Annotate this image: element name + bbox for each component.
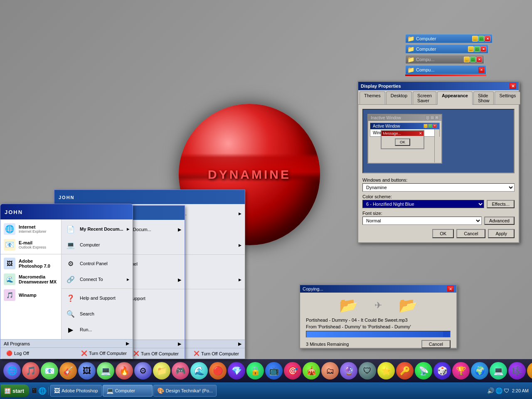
mi-computer[interactable]: 💻 Computer xyxy=(62,237,133,253)
display-apply-btn[interactable]: Apply xyxy=(488,229,515,238)
dock-icon-29[interactable]: 📦 xyxy=(527,362,532,379)
dock-icon-5[interactable]: 🖼 xyxy=(78,362,96,379)
display-properties-dialog: Display Properties ✕ Themes Desktop Scre… xyxy=(357,81,520,243)
mi-photoshop[interactable]: 🖼 Adobe Photoshop 7.0 xyxy=(0,256,61,271)
dock-icon-4[interactable]: 🎸 xyxy=(59,362,77,379)
win2-minimize[interactable]: _ xyxy=(468,46,474,52)
dock-icon-26[interactable]: 🌍 xyxy=(471,362,488,379)
advanced-button[interactable]: Advanced xyxy=(484,217,515,225)
dock-icon-24[interactable]: 🎲 xyxy=(433,362,451,379)
display-props-tabs: Themes Desktop Screen Saver Appearance S… xyxy=(358,90,519,105)
computer-windows-stack: 📁 Computer _ □ ✕ 📁 Computer _ □ ✕ 📁 Comp… xyxy=(405,34,493,76)
tab-appearance[interactable]: Appearance xyxy=(437,91,473,105)
win1-minimize[interactable]: _ xyxy=(472,36,478,42)
dock-icon-21[interactable]: ⭐ xyxy=(377,362,395,379)
mi-control-panel[interactable]: ⚙ Control Panel xyxy=(62,256,133,271)
ql-icon-2[interactable]: 🌐 xyxy=(38,387,47,395)
color-scheme-select[interactable]: 6 - Honzified Night Blue xyxy=(362,200,484,208)
dock-icon-27[interactable]: 💻 xyxy=(490,362,507,379)
win3-close[interactable]: ✕ xyxy=(476,57,482,62)
mi-connect[interactable]: 🔗 Connect To▶ xyxy=(62,271,133,287)
win1-maximize[interactable]: □ xyxy=(478,36,484,42)
dock-icon-12[interactable]: 🔴 xyxy=(209,362,227,379)
tray-icon-3[interactable]: 🛡 xyxy=(504,387,510,394)
dock-icon-20[interactable]: 🛡 xyxy=(359,362,376,379)
dock-icon-17[interactable]: 🎪 xyxy=(303,362,320,379)
display-props-close[interactable]: ✕ xyxy=(510,83,516,89)
dock-icon-8[interactable]: ⚙ xyxy=(134,362,152,379)
tab-slideshow[interactable]: Slide Show xyxy=(473,91,494,104)
dock-icon-13[interactable]: 💎 xyxy=(228,362,245,379)
computer-window-1: 📁 Computer _ □ ✕ xyxy=(405,34,493,43)
mi-dreamweaver[interactable]: 🌊 Macromedia Dreamweaver MX xyxy=(0,271,61,287)
win2-maximize[interactable]: □ xyxy=(474,46,480,52)
dock-icon-22[interactable]: 🔑 xyxy=(396,362,414,379)
win4-close[interactable]: ✕ xyxy=(478,67,484,73)
display-props-title: Display Properties ✕ xyxy=(358,82,519,90)
win1-close[interactable]: ✕ xyxy=(485,36,490,42)
dock-icon-16[interactable]: 🎯 xyxy=(284,362,301,379)
dock-icon-9[interactable]: 📁 xyxy=(153,362,170,379)
turn-off-btn[interactable]: ❌Turn Off Computer xyxy=(79,350,129,357)
mi-help[interactable]: ❓ Help and Support xyxy=(62,290,133,306)
all-programs-main[interactable]: All Programs▶ xyxy=(0,339,133,347)
taskbar-buttons: 🖼 Adobe Photoshop 💻 Computer 🎨 Design Te… xyxy=(49,385,487,397)
turn-off-mid[interactable]: ❌Turn Off Computer xyxy=(131,350,181,357)
taskbar: 🪟 start 🖥 🌐 🖼 Adobe Photoshop 💻 Computer… xyxy=(0,382,532,399)
mi-email[interactable]: 📧 E-mailOutlook Express xyxy=(0,237,61,253)
computer-window-2: 📁 Computer _ □ ✕ xyxy=(405,44,488,54)
dock-icon-25[interactable]: 🏆 xyxy=(452,362,470,379)
taskbar-btn-design[interactable]: 🎨 Design Technika² (Po... xyxy=(153,385,217,397)
win3-minimize[interactable]: _ xyxy=(464,57,470,62)
dock-icon-28[interactable]: 🎼 xyxy=(508,362,526,379)
dock-icon-11[interactable]: 🌊 xyxy=(190,362,208,379)
effects-button[interactable]: Effects... xyxy=(487,200,515,208)
win3-maximize[interactable]: □ xyxy=(470,57,476,62)
tab-screensaver[interactable]: Screen Saver xyxy=(413,91,436,104)
dock-icon-2[interactable]: 🎵 xyxy=(22,362,39,379)
windows-buttons-select[interactable]: Dynamine xyxy=(362,183,515,192)
taskbar-btn-computer[interactable]: 💻 Computer xyxy=(103,385,153,397)
start-menu-main: john 🌐 InternetInternet Explorer 📧 E-mai… xyxy=(0,204,133,359)
ql-icon-1[interactable]: 🖥 xyxy=(31,387,37,394)
tray-icon-1[interactable]: 🔊 xyxy=(487,387,494,394)
dock-icon-3[interactable]: 📧 xyxy=(41,362,58,379)
system-tray: 🔊 🌐 🛡 2:20 AM xyxy=(487,387,532,394)
tab-desktop[interactable]: Desktop xyxy=(386,91,412,104)
computer-window-4: 📁 Compu... ✕ xyxy=(405,65,486,76)
dock-icon-19[interactable]: 🔮 xyxy=(340,362,357,379)
taskbar-btn-photoshop[interactable]: 🖼 Adobe Photoshop xyxy=(50,385,101,397)
display-ok-btn[interactable]: OK xyxy=(432,229,454,238)
turn-off-back[interactable]: ❌ Turn Off Computer xyxy=(191,350,241,357)
dock-icon-10[interactable]: 🎮 xyxy=(172,362,189,379)
log-off-btn[interactable]: 🔴Log Off xyxy=(4,350,32,357)
font-size-select[interactable]: Normal xyxy=(362,217,482,225)
tab-themes[interactable]: Themes xyxy=(360,91,385,104)
copying-content: 📂 ✈ 📂 Portishead - Dummy - 04 - It Could… xyxy=(300,293,456,352)
font-size-row: Font size: Normal Advanced xyxy=(362,211,515,225)
computer-window-3: 📁 Compu... _ □ ✕ xyxy=(405,55,484,64)
tray-icon-2[interactable]: 🌐 xyxy=(495,387,502,394)
mi-search[interactable]: 🔍 Search xyxy=(62,306,133,322)
tab-settings[interactable]: Settings xyxy=(495,91,520,104)
dock-icon-18[interactable]: 🗂 xyxy=(321,362,339,379)
mi-recent[interactable]: 📄 My Recent Docum...▶ xyxy=(62,221,133,237)
display-cancel-btn[interactable]: Cancel xyxy=(456,229,485,238)
dock-icon-23[interactable]: 📡 xyxy=(415,362,432,379)
mi-run[interactable]: ▶ Run... xyxy=(62,322,133,337)
dock-icon-7[interactable]: 🔥 xyxy=(116,362,133,379)
copying-close[interactable]: ✕ xyxy=(447,286,454,292)
start-button[interactable]: 🪟 start xyxy=(1,384,29,397)
mi-winamp[interactable]: 🎵 Winamp xyxy=(0,287,61,303)
copy-cancel-btn[interactable]: Cancel xyxy=(421,340,451,348)
dock-icon-14[interactable]: 🔒 xyxy=(246,362,264,379)
dock-icon-1[interactable]: 🌐 xyxy=(3,362,21,379)
preview-ok-btn[interactable]: OK xyxy=(395,138,410,146)
mi-internet[interactable]: 🌐 InternetInternet Explorer xyxy=(0,221,61,237)
windows-buttons-row: Windows and buttons: Dynamine xyxy=(362,177,515,192)
dock-icon-6[interactable]: 💻 xyxy=(97,362,114,379)
win2-close[interactable]: ✕ xyxy=(480,46,486,52)
color-scheme-row: Color scheme: 6 - Honzified Night Blue E… xyxy=(362,194,515,208)
dock-icon-15[interactable]: 📺 xyxy=(265,362,283,379)
display-props-buttons: OK Cancel Apply xyxy=(362,229,515,238)
